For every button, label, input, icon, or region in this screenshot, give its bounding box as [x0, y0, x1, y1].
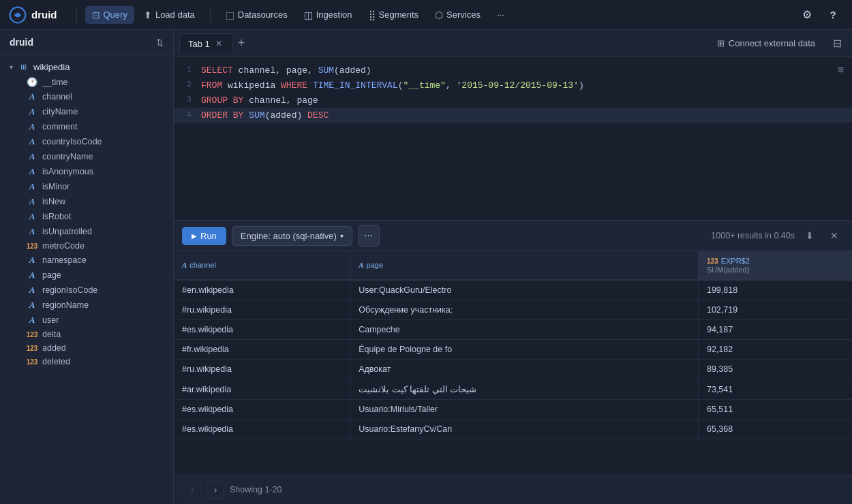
engine-selector-button[interactable]: Engine: auto (sql-native) ▾ [232, 226, 352, 246]
sidebar-item-metrocode[interactable]: 123 metroCode [0, 239, 173, 253]
help-icon: ? [830, 9, 836, 20]
nav-services-button[interactable]: ⬡ Services [428, 6, 487, 24]
sidebar-item-deleted[interactable]: 123 deleted [0, 355, 173, 368]
sidebar-item-cityname[interactable]: A cityName [0, 104, 173, 119]
query-editor[interactable]: 1 SELECT channel, page, SUM(added) 2 FRO… [174, 57, 852, 221]
field-label: page [42, 270, 61, 280]
string-type-icon: A [26, 315, 38, 326]
editor-line-4: 4 ORDER BY SUM(added) DESC [174, 108, 852, 123]
nav-query-button[interactable]: ⊡ Query [85, 6, 134, 24]
tab-close-button[interactable]: ✕ [214, 38, 224, 49]
sidebar-item-regionname[interactable]: A regionName [0, 298, 173, 313]
connect-external-data-button[interactable]: ⊞ Connect external data [709, 35, 823, 52]
panel-toggle-button[interactable]: ⊟ [827, 34, 847, 53]
sidebar-item-countryname[interactable]: A countryName [0, 149, 173, 164]
sidebar-item-channel[interactable]: A channel [0, 89, 173, 104]
table-icon: ⊞ [17, 63, 29, 72]
nav-load-data-button[interactable]: ⬆ Load data [137, 6, 202, 24]
run-button[interactable]: ▶ Run [182, 227, 226, 245]
tab-1[interactable]: Tab 1 ✕ [179, 33, 232, 53]
editor-line-3: 3 GROUP BY channel, page [174, 93, 852, 108]
sidebar-item-time[interactable]: 🕐 __time [0, 75, 173, 89]
sidebar-item-added[interactable]: 123 added [0, 341, 173, 355]
settings-button[interactable]: ⚙ [796, 4, 818, 26]
table-cell-expr2: 199,818 [698, 280, 852, 300]
table-row: #fr.wikipediaÉquipe de Pologne de fo92,1… [174, 340, 852, 360]
table-cell-expr2: 102,719 [698, 300, 852, 320]
sidebar-item-wikipedia[interactable]: ▾ ⊞ wikipedia [0, 59, 173, 75]
datasource-label: wikipedia [33, 62, 70, 72]
table-row: #es.wikipediaUsuario:Mirluls/Taller65,51… [174, 400, 852, 420]
tab-add-button[interactable]: + [234, 35, 249, 52]
string-type-icon: A [26, 285, 38, 296]
field-label: namespace [42, 255, 87, 265]
field-label: regionIsoCode [42, 285, 97, 295]
editor-menu-icon[interactable]: ≡ [838, 64, 844, 76]
prev-page-button[interactable]: ‹ [183, 481, 201, 499]
table-header-row: A channel A page 123 [174, 251, 852, 280]
sidebar-item-user[interactable]: A user [0, 313, 173, 328]
table-row: #es.wikipediaUsuario:EstefanyCv/Can65,36… [174, 420, 852, 439]
table-cell-page: Usuario:Mirluls/Taller [350, 400, 699, 420]
sidebar-item-page[interactable]: A page [0, 268, 173, 283]
connect-icon: ⊞ [717, 38, 725, 48]
column-header-channel[interactable]: A channel [174, 251, 350, 280]
sidebar-item-isunpatrolled[interactable]: A isUnpatrolled [0, 224, 173, 239]
chevron-down-icon: ▾ [10, 63, 13, 71]
field-label: countryName [42, 152, 93, 161]
sidebar-item-isanonymous[interactable]: A isAnonymous [0, 164, 173, 179]
field-label: isRobot [42, 212, 71, 221]
string-type-icon: A [26, 211, 38, 222]
table-cell-channel: #es.wikipedia [174, 320, 350, 340]
download-button[interactable]: ⬇ [800, 226, 819, 245]
help-button[interactable]: ? [822, 4, 844, 26]
string-type-icon: A [26, 181, 38, 192]
sidebar-item-regionisocode[interactable]: A regionIsoCode [0, 283, 173, 298]
column-header-page[interactable]: A page [350, 251, 699, 280]
string-type-icon: A [182, 261, 187, 269]
string-type-icon: A [26, 270, 38, 281]
services-icon: ⬡ [435, 10, 443, 20]
sidebar-item-delta[interactable]: 123 delta [0, 328, 173, 341]
sidebar-item-countryisocode[interactable]: A countryIsoCode [0, 134, 173, 149]
line-number: 3 [174, 95, 201, 105]
sidebar-item-isrobot[interactable]: A isRobot [0, 209, 173, 224]
table-row: #en.wikipediaUser:QuackGuru/Electro199,8… [174, 280, 852, 300]
sidebar-item-isminor[interactable]: A isMinor [0, 179, 173, 194]
nav-datasources-button[interactable]: ⬚ Datasources [219, 6, 294, 24]
logo: druid [8, 5, 57, 25]
line-code: ORDER BY SUM(added) DESC [201, 110, 329, 121]
more-options-button[interactable]: ··· [358, 225, 380, 247]
query-toolbar: ▶ Run Engine: auto (sql-native) ▾ ··· 10… [174, 221, 852, 251]
main-layout: druid ⇅ ▾ ⊞ wikipedia 🕐 __time A channel [0, 30, 852, 504]
nav-segments-button[interactable]: ⣿ Segments [362, 6, 426, 24]
line-number: 2 [174, 80, 201, 90]
number-type-icon: 123 [26, 331, 38, 338]
table-cell-expr2: 94,187 [698, 320, 852, 340]
close-icon: ✕ [830, 230, 838, 241]
table-cell-page: Équipe de Pologne de fo [350, 340, 699, 360]
results-area[interactable]: A channel A page 123 [174, 251, 852, 475]
field-label: delta [42, 330, 61, 339]
field-label: comment [42, 122, 77, 131]
sidebar-item-comment[interactable]: A comment [0, 119, 173, 134]
string-type-icon: A [26, 136, 38, 147]
nav-more-button[interactable]: ··· [490, 6, 511, 23]
datasources-icon: ⬚ [226, 10, 234, 20]
close-results-button[interactable]: ✕ [825, 226, 844, 245]
sidebar-item-namespace[interactable]: A namespace [0, 253, 173, 268]
field-label: added [42, 343, 66, 353]
download-icon: ⬇ [806, 230, 814, 241]
nav-divider2 [210, 7, 211, 23]
table-cell-channel: #fr.wikipedia [174, 340, 350, 360]
nav-ingestion-button[interactable]: ◫ Ingestion [297, 6, 359, 24]
line-number: 1 [174, 65, 201, 75]
table-cell-page: Обсуждение участника: [350, 300, 699, 320]
sidebar-sort-icon[interactable]: ⇅ [156, 37, 164, 48]
line-code: GROUP BY channel, page [201, 95, 318, 106]
column-header-expr2[interactable]: 123 EXPR$2 SUM(added) [698, 251, 852, 280]
next-page-button[interactable]: › [207, 481, 224, 499]
query-icon: ⊡ [92, 10, 100, 20]
sidebar-item-isnew[interactable]: A isNew [0, 194, 173, 209]
editor-lines: 1 SELECT channel, page, SUM(added) 2 FRO… [174, 63, 852, 123]
